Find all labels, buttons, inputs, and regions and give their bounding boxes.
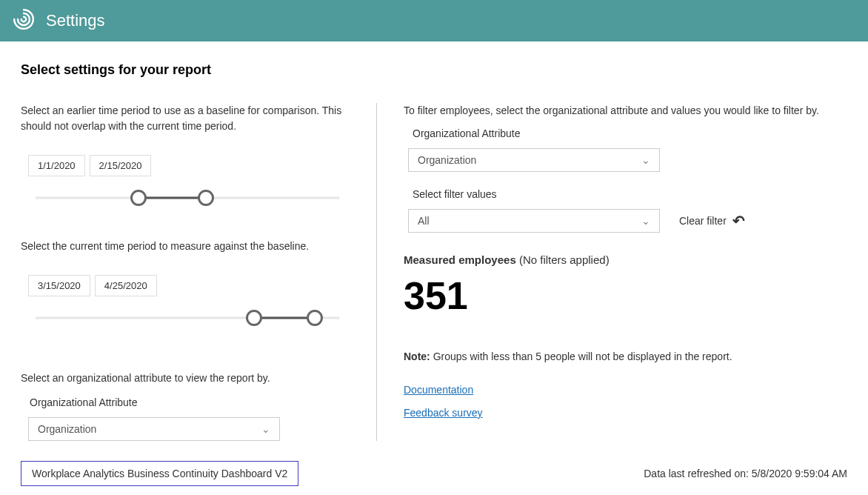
header-bar: Settings — [0, 0, 868, 41]
slider-fill — [254, 317, 315, 319]
filter-org-attr-label: Organizational Attribute — [413, 127, 847, 139]
slider-fill — [138, 197, 205, 199]
measured-employees-line: Measured employees (No filters applied) — [404, 253, 847, 266]
documentation-link[interactable]: Documentation — [404, 384, 473, 396]
org-attr-label: Organizational Attribute — [30, 396, 347, 408]
org-attr-value: Organization — [38, 423, 96, 435]
chevron-down-icon: ⌄ — [261, 423, 270, 435]
slider-knob-end[interactable] — [198, 190, 214, 206]
filter-org-attr-value: Organization — [418, 154, 476, 166]
data-refreshed: Data last refreshed on: 5/8/2020 9:59:04… — [644, 468, 847, 479]
current-slider[interactable] — [36, 307, 339, 329]
chevron-down-icon: ⌄ — [641, 154, 650, 166]
header-title: Settings — [46, 11, 105, 30]
clear-filter-button[interactable]: Clear filter ↶ — [679, 212, 745, 230]
current-start-date[interactable]: 3/15/2020 — [28, 275, 90, 296]
baseline-slider[interactable] — [36, 187, 339, 209]
note-text: Note: Groups with less than 5 people wil… — [404, 351, 847, 362]
app-logo-icon — [12, 7, 36, 34]
note-body: Groups with less than 5 people will not … — [430, 351, 732, 362]
clear-filter-label: Clear filter — [679, 215, 727, 227]
org-attr-select[interactable]: Organization ⌄ — [28, 417, 280, 441]
filter-values-label: Select filter values — [413, 188, 847, 200]
org-attr-help-text: Select an organizational attribute to vi… — [21, 371, 347, 386]
filter-values-select[interactable]: All ⌄ — [408, 209, 660, 233]
note-prefix: Note: — [404, 351, 430, 362]
filter-org-attr-select[interactable]: Organization ⌄ — [408, 148, 660, 172]
current-end-date[interactable]: 4/25/2020 — [95, 275, 157, 296]
dashboard-name-box: Workplace Analytics Business Continuity … — [21, 461, 298, 486]
measured-employees-label: Measured employees — [404, 253, 516, 266]
content: Select settings for your report Select a… — [0, 41, 868, 441]
baseline-end-date[interactable]: 2/15/2020 — [90, 155, 152, 176]
baseline-start-date[interactable]: 1/1/2020 — [28, 155, 85, 176]
refreshed-label: Data last refreshed on: — [644, 468, 752, 479]
feedback-survey-link[interactable]: Feedback survey — [404, 407, 483, 419]
page-title: Select settings for your report — [21, 62, 847, 78]
refreshed-value: 5/8/2020 9:59:04 AM — [752, 468, 847, 479]
right-column: To filter employees, select the organiza… — [376, 103, 847, 441]
undo-icon: ↶ — [732, 212, 745, 230]
measured-employees-status: (No filters applied) — [519, 253, 610, 266]
slider-knob-end[interactable] — [307, 310, 323, 326]
chevron-down-icon: ⌄ — [641, 215, 650, 227]
slider-knob-start[interactable] — [246, 310, 262, 326]
left-column: Select an earlier time period to use as … — [21, 103, 347, 441]
filter-help-text: To filter employees, select the organiza… — [404, 103, 847, 119]
slider-knob-start[interactable] — [130, 190, 147, 206]
baseline-help-text: Select an earlier time period to use as … — [21, 103, 347, 134]
measured-employees-count: 351 — [404, 273, 847, 318]
current-help-text: Select the current time period to measur… — [21, 239, 347, 254]
filter-values-value: All — [418, 215, 430, 227]
footer: Workplace Analytics Business Continuity … — [0, 461, 868, 486]
